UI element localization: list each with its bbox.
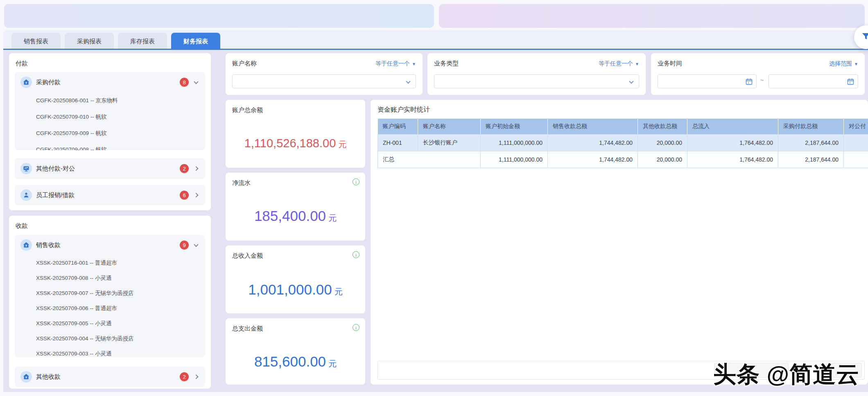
house-yuan-icon: ¥ <box>20 239 32 251</box>
tab-sales-report[interactable]: 销售报表 <box>11 33 61 50</box>
table-container: 账户编码 账户名称 账户初始金额 销售收款总额 其他收款总额 总流入 采购付款总… <box>377 119 868 168</box>
calendar-icon[interactable] <box>847 78 854 87</box>
list-item[interactable]: CGFK-20250709-008 -- 帆软 <box>15 142 205 150</box>
list-item[interactable]: XSSK-20250709-007 -- 无锡华为函授店 <box>15 286 205 301</box>
business-type-select[interactable] <box>434 74 639 88</box>
chevron-right-icon <box>194 193 198 197</box>
list-item[interactable]: XSSK-20250709-005 -- 小灵通 <box>15 316 205 331</box>
group-label: 其他付款-对公 <box>36 165 75 173</box>
cell-purchase: 2,187,644.00 <box>778 134 844 151</box>
stat-label: 净流水 <box>232 179 251 187</box>
info-icon[interactable]: i <box>353 178 359 185</box>
operator-text: 等于任意一个 <box>599 60 633 68</box>
col-sales-receipts-total: 销售收款总额 <box>548 119 638 134</box>
group-sales-receipts: ¥ 销售收款 9 XSSK-20250716-001 -- 普通超市 XSSK-… <box>15 235 205 357</box>
operator-text: 选择范围 <box>829 60 852 68</box>
cell-inflow: 1,764,482.00 <box>687 134 778 151</box>
watermark: 头条 @简道云 <box>713 359 859 390</box>
filter-account-name: 账户名称 等于任意一个 ▼ <box>226 53 423 95</box>
svg-text:¥: ¥ <box>25 376 27 379</box>
list-item[interactable]: XSSK-20250709-003 -- 小灵通 <box>15 346 205 357</box>
filter-funnel-icon <box>861 32 868 43</box>
top-banner-left <box>4 4 434 28</box>
house-yuan-icon: ¥ <box>20 371 32 382</box>
col-account-code: 账户编码 <box>378 119 418 134</box>
group-employee-expense-header[interactable]: 员工报销/借款 6 <box>15 185 205 205</box>
list-item[interactable]: XSSK-20250709-004 -- 无锡华为函授店 <box>15 331 205 346</box>
svg-text:¥: ¥ <box>25 81 27 84</box>
group-label: 采购付款 <box>36 79 61 86</box>
date-start-input[interactable] <box>661 75 735 88</box>
finance-dashboard: 销售报表 采购报表 库存报表 财务报表 付款 ¥ 采购付款 8 CGFK- <box>0 0 868 396</box>
info-icon[interactable]: i <box>353 324 359 331</box>
stat-label: 总支出金额 <box>232 325 263 333</box>
top-banner-right <box>439 4 865 28</box>
list-item[interactable]: CGFK-20250806-001 -- 京东物料 <box>15 92 205 109</box>
dropdown-triangle-icon: ▼ <box>854 62 858 66</box>
tab-purchase-report[interactable]: 采购报表 <box>65 33 114 50</box>
count-badge: 9 <box>180 241 189 250</box>
date-range-separator: ~ <box>760 77 764 83</box>
stat-value: 1,110,526,188.00元 <box>226 137 365 150</box>
account-name-select[interactable] <box>232 74 416 88</box>
cell-corp <box>844 151 868 168</box>
svg-text:¥: ¥ <box>25 244 27 247</box>
receipts-panel: 收款 ¥ 销售收款 9 XSSK-20250716-001 -- 普通超市 XS… <box>9 216 211 389</box>
count-badge: 2 <box>180 372 189 381</box>
stat-card-total-expense: 总支出金额 i 815,600.00元 <box>226 318 365 385</box>
stat-number: 1,110,526,188.00 <box>244 137 336 150</box>
list-item[interactable]: XSSK-20250716-001 -- 普通超市 <box>15 255 205 270</box>
cell-code: 汇总 <box>378 151 481 168</box>
tab-inventory-report[interactable]: 库存报表 <box>118 33 167 50</box>
stat-number: 1,001,000.00 <box>248 281 332 297</box>
col-other-receipts-total: 其他收款总额 <box>638 119 687 134</box>
tab-finance-report[interactable]: 财务报表 <box>171 33 220 50</box>
col-corporate-payments: 对公付 <box>844 119 868 134</box>
filter-operator-link[interactable]: 等于任意一个 ▼ <box>599 60 639 68</box>
list-item[interactable]: XSSK-20250709-008 -- 小灵通 <box>15 270 205 286</box>
info-icon[interactable]: i <box>353 251 359 258</box>
calendar-icon[interactable] <box>746 78 753 87</box>
cell-other: 20,000.00 <box>638 151 687 168</box>
group-label: 其他收款 <box>36 373 61 381</box>
stat-value: 815,600.00元 <box>226 353 365 370</box>
date-start-field <box>658 74 757 88</box>
stat-unit: 元 <box>328 214 337 223</box>
cell-sales: 1,744,482.00 <box>548 151 638 168</box>
cell-other: 20,000.00 <box>638 134 687 151</box>
select-chevron-icon <box>629 79 633 83</box>
group-purchase-payments-header[interactable]: ¥ 采购付款 8 <box>15 72 205 92</box>
filter-operator-link[interactable]: 等于任意一个 ▼ <box>375 60 416 68</box>
list-item[interactable]: CGFK-20250709-010 -- 帆软 <box>15 109 205 125</box>
cell-sales: 1,744,482.00 <box>548 134 638 151</box>
stat-label: 总收入金额 <box>232 252 263 260</box>
group-purchase-payments: ¥ 采购付款 8 CGFK-20250806-001 -- 京东物料 CGFK-… <box>15 72 205 150</box>
filter-operator-link[interactable]: 选择范围 ▼ <box>829 60 858 68</box>
table-summary-row: 汇总 1,111,000,000.00 1,744,482.00 20,000.… <box>378 151 868 168</box>
group-other-payments-header[interactable]: 其他付款-对公 2 <box>15 158 205 179</box>
filter-business-time: 业务时间 选择范围 ▼ ~ <box>651 53 865 95</box>
select-chevron-icon <box>406 79 410 83</box>
chevron-down-icon <box>194 242 198 247</box>
stat-value: 185,400.00元 <box>226 208 365 224</box>
cell-purchase: 2,187,644.00 <box>778 151 844 168</box>
cell-corp <box>844 134 868 151</box>
payments-panel: 付款 ¥ 采购付款 8 CGFK-20250806-001 -- 京东物料 CG… <box>9 53 211 210</box>
chevron-right-icon <box>194 374 198 379</box>
dropdown-triangle-icon: ▼ <box>412 62 416 66</box>
chevron-down-icon <box>194 79 198 84</box>
count-badge: 6 <box>180 191 189 200</box>
list-item[interactable]: XSSK-20250709-006 -- 普通超市 <box>15 301 205 316</box>
chevron-right-icon <box>194 166 198 171</box>
filter-business-type: 业务类型 等于任意一个 ▼ <box>427 53 646 95</box>
list-item[interactable]: CGFK-20250709-009 -- 帆软 <box>15 125 205 142</box>
count-badge: 2 <box>180 164 189 173</box>
accounts-stats-card: 资金账户实时统计 账户编码 账户名称 账户初始金额 销售收款总额 其他收款总额 … <box>371 100 868 385</box>
operator-text: 等于任意一个 <box>375 60 410 68</box>
house-yuan-icon: ¥ <box>20 76 32 88</box>
stat-unit: 元 <box>338 140 346 149</box>
group-sales-receipts-header[interactable]: ¥ 销售收款 9 <box>15 235 205 255</box>
tab-strip: 销售报表 采购报表 库存报表 财务报表 <box>3 30 868 50</box>
group-other-receipts-header[interactable]: ¥ 其他收款 2 <box>15 367 205 387</box>
date-end-input[interactable] <box>772 75 839 88</box>
